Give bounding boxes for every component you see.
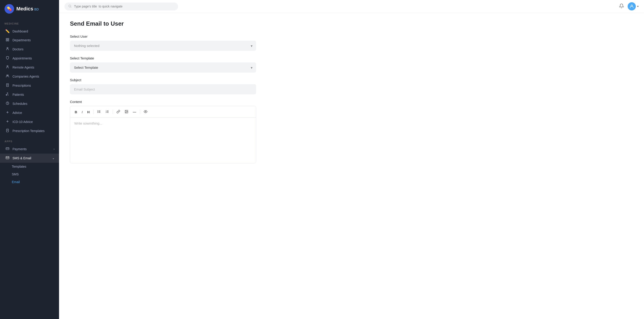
search-icon xyxy=(68,4,72,9)
editor-body[interactable]: Write sowmthing... xyxy=(70,118,256,163)
sidebar-item-label: Dashboard xyxy=(12,29,28,33)
italic-button[interactable]: I xyxy=(80,109,84,115)
select-user-dropdown[interactable]: Nothing selected xyxy=(70,41,256,51)
prescription-templates-icon xyxy=(5,129,10,133)
sidebar-item-payments[interactable]: Payments › xyxy=(0,145,59,154)
main-container: ▾ Send Email to User Select User Nothing… xyxy=(59,0,644,319)
editor-toolbar: B I H xyxy=(70,106,256,118)
sidebar-item-label: Prescription Templates xyxy=(12,129,44,133)
sidebar-item-prescription-templates[interactable]: Prescription Templates xyxy=(0,126,59,135)
bullet-list-button[interactable] xyxy=(95,108,103,115)
page-content: Send Email to User Select User Nothing s… xyxy=(59,13,644,319)
sidebar-item-label: Remote Agents xyxy=(12,65,34,69)
heading-button[interactable]: H xyxy=(86,109,92,115)
sidebar-item-label: Payments xyxy=(12,147,26,151)
search-input[interactable] xyxy=(74,4,174,8)
svg-point-32 xyxy=(98,111,98,112)
prescriptions-icon xyxy=(5,83,10,88)
sidebar-item-companies-agents[interactable]: Companies Agents xyxy=(0,72,59,81)
appointments-icon xyxy=(5,56,10,61)
sidebar-subitem-templates[interactable]: Templates xyxy=(0,163,59,170)
sms-email-chevron: ⌄ xyxy=(52,157,54,160)
sidebar-item-patients[interactable]: Patients xyxy=(0,90,59,99)
avatar xyxy=(628,2,636,10)
topbar: ▾ xyxy=(59,0,644,13)
ordered-list-button[interactable] xyxy=(104,108,111,115)
notification-bell-icon[interactable] xyxy=(619,3,624,9)
sidebar-subitem-label: Email xyxy=(12,180,20,184)
sidebar-item-doctors[interactable]: Doctors xyxy=(0,45,59,54)
payments-icon xyxy=(5,147,10,151)
select-user-label: Select User xyxy=(70,34,256,38)
select-user-group: Select User Nothing selected xyxy=(70,34,256,51)
select-template-group: Select Template Select Template xyxy=(70,56,256,73)
select-template-wrapper: Select Template xyxy=(70,62,256,73)
hr-button[interactable]: — xyxy=(131,109,138,115)
select-template-label: Select Template xyxy=(70,56,256,60)
svg-point-39 xyxy=(145,111,146,112)
image-button[interactable] xyxy=(123,108,130,115)
sidebar-logo: 💊 Medics BD xyxy=(0,0,59,18)
logo-icon: 💊 xyxy=(4,4,14,13)
doctors-icon xyxy=(5,47,10,51)
section-medicine-label: MEDICINE xyxy=(0,18,59,27)
sidebar-item-dashboard[interactable]: ✏️ Dashboard xyxy=(0,27,59,36)
link-button[interactable] xyxy=(115,108,122,115)
subject-group: Subject xyxy=(70,78,256,94)
sidebar-item-label: Doctors xyxy=(12,47,24,51)
sidebar-item-schedules[interactable]: Schedules xyxy=(0,99,59,108)
svg-rect-1 xyxy=(8,38,9,39)
svg-rect-2 xyxy=(6,40,7,41)
sidebar-item-label: Patients xyxy=(12,93,24,96)
sidebar-item-label: Companies Agents xyxy=(12,75,39,78)
sidebar-item-label: Appointments xyxy=(12,56,32,60)
sidebar-item-departments[interactable]: Departments xyxy=(0,36,59,45)
sidebar-subitem-email[interactable]: Email xyxy=(0,178,59,186)
sidebar-item-label: Schedules xyxy=(12,102,27,105)
companies-agents-icon xyxy=(5,74,10,79)
search-bar xyxy=(64,2,178,10)
svg-point-5 xyxy=(7,65,8,67)
dashboard-icon: ✏️ xyxy=(5,29,10,33)
select-template-dropdown[interactable]: Select Template xyxy=(70,62,256,73)
sidebar-subitem-label: SMS xyxy=(12,172,18,176)
section-apps-label: APPS xyxy=(0,135,59,145)
user-avatar-button[interactable]: ▾ xyxy=(628,2,638,10)
sidebar-subitem-sms[interactable]: SMS xyxy=(0,170,59,178)
toolbar-divider-1 xyxy=(93,110,94,114)
sidebar-item-prescriptions[interactable]: Prescriptions xyxy=(0,81,59,90)
content-group: Content B I H xyxy=(70,100,256,163)
icd10-advice-icon xyxy=(5,120,10,124)
svg-point-25 xyxy=(69,5,71,7)
page-title: Send Email to User xyxy=(70,20,633,27)
svg-rect-22 xyxy=(6,147,9,150)
preview-button[interactable] xyxy=(142,108,149,115)
subject-label: Subject xyxy=(70,78,256,82)
sidebar: 💊 Medics BD MEDICINE ✏️ Dashboard Depart… xyxy=(0,0,59,319)
sidebar-item-icd10-advice[interactable]: ICD-10 Advice xyxy=(0,117,59,126)
sidebar-item-appointments[interactable]: Appointments xyxy=(0,54,59,63)
patients-icon xyxy=(5,92,10,97)
svg-point-7 xyxy=(8,75,8,76)
avatar-chevron-icon: ▾ xyxy=(637,5,638,8)
sidebar-item-remote-agents[interactable]: Remote Agents xyxy=(0,63,59,72)
sidebar-subitem-label: Templates xyxy=(12,165,26,168)
svg-point-12 xyxy=(7,93,8,93)
svg-point-4 xyxy=(7,47,8,48)
send-email-form: Select User Nothing selected Select Temp… xyxy=(70,34,256,163)
payments-chevron: › xyxy=(54,147,54,151)
topbar-right: ▾ xyxy=(619,2,638,10)
content-label: Content xyxy=(70,100,256,104)
sidebar-item-label: SMS & Email xyxy=(12,156,31,160)
svg-point-38 xyxy=(126,111,126,111)
advice-icon xyxy=(5,110,10,115)
sidebar-item-sms-email[interactable]: SMS & Email ⌄ xyxy=(0,154,59,163)
svg-rect-3 xyxy=(8,40,9,41)
svg-line-26 xyxy=(70,7,71,7)
sidebar-item-advice[interactable]: Advice xyxy=(0,108,59,117)
sidebar-item-label: ICD-10 Advice xyxy=(12,120,33,124)
subject-input[interactable] xyxy=(70,84,256,94)
select-user-wrapper: Nothing selected xyxy=(70,41,256,51)
bold-button[interactable]: B xyxy=(73,109,79,115)
content-editor: B I H xyxy=(70,106,256,163)
